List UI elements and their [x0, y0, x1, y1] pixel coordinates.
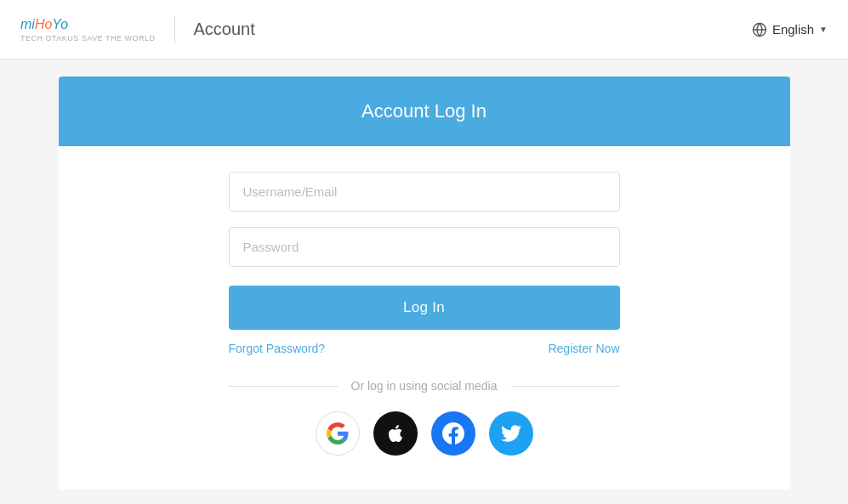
globe-icon — [752, 22, 767, 37]
logo: miHoYo TECH OTAKUS SAVE THE WORLD — [20, 17, 156, 42]
password-input[interactable] — [229, 227, 620, 267]
divider-line-left — [229, 386, 338, 387]
header: miHoYo TECH OTAKUS SAVE THE WORLD Accoun… — [0, 0, 848, 59]
username-input[interactable] — [229, 172, 620, 212]
logo-text: miHoYo — [20, 17, 68, 32]
login-banner: Account Log In — [59, 76, 790, 146]
logo-yo: Yo — [52, 17, 68, 31]
forgot-password-link[interactable]: Forgot Password? — [229, 342, 326, 355]
language-label: English — [772, 22, 814, 37]
facebook-login-button[interactable] — [431, 411, 475, 456]
logo-ho: Ho — [35, 17, 52, 31]
social-divider-text: Or log in using social media — [351, 379, 498, 393]
main-container: Account Log In Log In Forgot Password? R… — [42, 76, 807, 490]
twitter-login-button[interactable] — [489, 411, 533, 456]
form-inner: Log In Forgot Password? Register Now Or … — [229, 172, 620, 456]
header-divider — [174, 16, 175, 43]
apple-icon — [385, 423, 406, 444]
register-now-link[interactable]: Register Now — [548, 342, 619, 355]
google-login-button[interactable] — [316, 411, 360, 456]
banner-title: Account Log In — [361, 100, 487, 122]
chevron-down-icon: ▼ — [819, 25, 828, 34]
form-area: Log In Forgot Password? Register Now Or … — [59, 146, 790, 490]
header-account-label: Account — [194, 20, 255, 39]
login-button[interactable]: Log In — [229, 286, 620, 330]
google-icon — [327, 422, 349, 445]
twitter-icon — [501, 423, 521, 444]
logo-tagline: TECH OTAKUS SAVE THE WORLD — [20, 34, 156, 42]
facebook-icon — [442, 422, 464, 445]
links-row: Forgot Password? Register Now — [229, 342, 620, 355]
apple-login-button[interactable] — [373, 411, 418, 456]
language-selector[interactable]: English ▼ — [752, 22, 828, 37]
social-icons-row — [229, 411, 620, 456]
logo-mi: mi — [20, 17, 35, 31]
social-divider: Or log in using social media — [229, 379, 620, 393]
divider-line-right — [511, 386, 620, 387]
header-left: miHoYo TECH OTAKUS SAVE THE WORLD Accoun… — [20, 16, 255, 43]
